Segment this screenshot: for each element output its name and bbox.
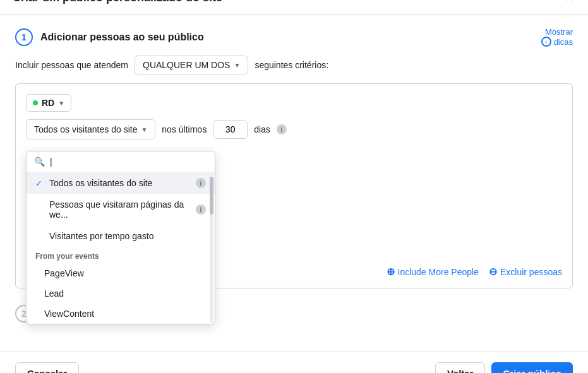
cancel-button[interactable]: Cancelar [15,362,79,373]
audience-type-label: Todos os visitantes do site [34,124,137,134]
step-1-circle: 1 [15,28,33,46]
item-info-icon-2[interactable]: i [196,204,206,215]
nos-ultimos-label: nos últimos [162,124,207,134]
scrollbar-thumb[interactable] [210,177,213,215]
dropdown-area: Todos os visitantes do site ▼ nos último… [26,119,562,139]
item-label: Pessoas que visitaram páginas da we... [49,199,191,220]
modal: Criar um público personalizado do site ×… [0,0,588,373]
section-1-title: Adicionar pessoas ao seu público [40,32,204,43]
close-button[interactable]: × [563,0,575,6]
modal-body: 1 Adicionar pessoas ao seu público Mostr… [0,15,588,352]
search-icon: 🔍 [34,157,45,167]
criteria-dropdown[interactable]: QUALQUER UM DOS ▼ [135,56,248,74]
pixel-arrow: ▼ [58,100,64,107]
back-button[interactable]: Voltar [435,362,485,373]
list-item[interactable]: ✓ Visitantes por tempo gasto [27,225,215,247]
criteria-container: RD ▼ Todos os visitantes do site ▼ nos ú… [15,83,573,288]
search-row: 🔍 [27,151,215,172]
dropdown-row: Todos os visitantes do site ▼ nos último… [26,119,562,139]
event-label: PageView [44,268,84,278]
tips-link-row[interactable]: ‹ dicas [541,37,573,47]
section-1-header: 1 Adicionar pessoas ao seu público Mostr… [15,27,573,47]
days-info-icon[interactable]: i [277,124,287,134]
pixel-name: RD [42,98,54,108]
list-item[interactable]: ✓ Todos os visitantes do site i [27,172,215,194]
modal-header: Criar um público personalizado do site × [0,0,588,15]
footer-right: Voltar Criar público [435,362,573,373]
event-label: Lead [44,288,64,299]
audience-type-dropdown[interactable]: Todos os visitantes do site ▼ [26,119,155,139]
criteria-row: Incluir pessoas que atendem QUALQUER UM … [15,56,573,74]
section-1: 1 Adicionar pessoas ao seu público Mostr… [15,27,573,288]
modal-overlay: Criar um público personalizado do site ×… [0,0,588,373]
mostrar-label: Mostrar [545,27,573,37]
item-label: Todos os visitantes do site [49,178,191,188]
list-item[interactable]: ViewContent [27,304,215,324]
criteria-prefix: Incluir pessoas que atendem [15,60,128,70]
excluir-label: Excluir pessoas [500,267,562,277]
tips-container: Mostrar ‹ dicas [541,27,573,47]
include-more-label: Include More People [398,267,479,277]
minus-icon: ⊖ [489,266,497,278]
create-button[interactable]: Criar público [491,362,573,373]
search-input[interactable] [50,157,207,167]
list-item[interactable]: ✓ Pessoas que visitaram páginas da we...… [27,194,215,225]
criteria-suffix: seguintes critérios: [255,60,328,70]
events-group-label: From your events [27,247,215,263]
dicas-label: dicas [554,37,573,47]
tips-icon: ‹ [541,37,551,47]
audience-type-arrow: ▼ [141,126,147,133]
modal-title: Criar um público personalizado do site [13,0,222,4]
scrollbar-track [210,177,213,323]
pixel-dot [33,100,38,105]
item-info-icon-1[interactable]: i [196,178,206,188]
criteria-dropdown-arrow: ▼ [234,62,240,69]
pixel-row: RD ▼ [26,94,562,112]
modal-footer: Cancelar Voltar Criar público [0,352,588,373]
list-item[interactable]: Lead [27,283,215,304]
audience-dropdown-menu: 🔍 ✓ Todos os visitantes do site i [26,151,215,324]
footer-left: Cancelar [15,362,79,373]
excluir-link[interactable]: ⊖ Excluir pessoas [489,266,562,278]
item-label: Visitantes por tempo gasto [49,231,206,241]
list-item[interactable]: PageView [27,263,215,283]
pixel-badge[interactable]: RD ▼ [26,94,71,112]
dropdown-list: ✓ Todos os visitantes do site i ✓ Pessoa… [27,172,215,324]
include-more-link[interactable]: ⊕ Include More People [387,266,479,278]
criteria-dropdown-label: QUALQUER UM DOS [143,60,230,70]
event-label: ViewContent [44,309,94,319]
check-icon: ✓ [35,179,44,188]
days-input[interactable] [213,120,248,139]
plus-icon: ⊕ [387,266,395,278]
dias-label: dias [254,124,270,134]
